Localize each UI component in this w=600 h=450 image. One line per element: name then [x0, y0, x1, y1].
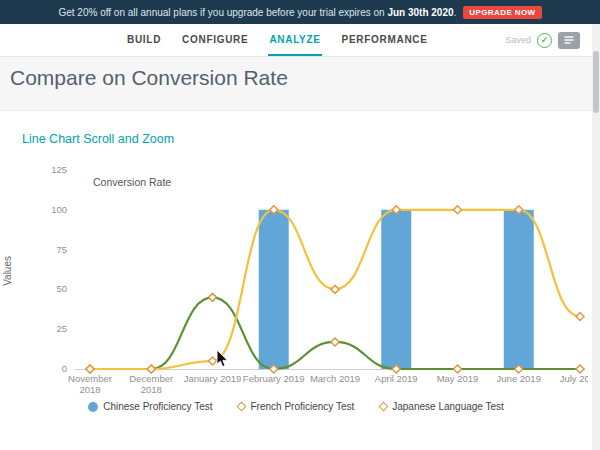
conversion-rate-chart[interactable]: 0255075100125November2018December2018Jan…: [12, 159, 588, 407]
nav-tab-configure[interactable]: CONFIGURE: [181, 24, 249, 56]
scrollbar-track[interactable]: [592, 24, 600, 450]
nav-tab-performance[interactable]: PERFORMANCE: [341, 24, 429, 56]
svg-text:July 2019: July 2019: [560, 373, 588, 384]
saved-check-icon: ✓: [537, 33, 552, 48]
svg-text:125: 125: [51, 164, 67, 175]
promo-banner: Get 20% off on all annual plans if you u…: [0, 0, 600, 24]
feedback-icon[interactable]: [558, 32, 580, 49]
y-axis-label: Values: [2, 256, 13, 286]
chart-legend: Chinese Proficiency Test French Proficie…: [0, 401, 592, 412]
svg-text:100: 100: [51, 204, 67, 215]
svg-text:June 2019: June 2019: [497, 373, 541, 384]
chart-card: Line Chart Scroll and Zoom Conversion Ra…: [0, 110, 592, 450]
note-lines-icon: [563, 35, 575, 45]
svg-text:0: 0: [62, 363, 67, 374]
svg-text:25: 25: [56, 323, 67, 334]
promo-expiry-date: Jun 30th 2020: [387, 7, 453, 18]
legend-marker-diamond-icon: [237, 402, 247, 412]
svg-text:December: December: [129, 373, 173, 384]
svg-text:2018: 2018: [141, 384, 162, 395]
upgrade-now-button[interactable]: UPGRADE NOW: [463, 6, 541, 19]
nav-tabs: BUILD CONFIGURE ANALYZE PERFORMANCE: [126, 24, 429, 56]
promo-text: Get 20% off on all annual plans if you u…: [58, 7, 456, 18]
legend-label: French Proficiency Test: [250, 401, 354, 412]
legend-label: Chinese Proficiency Test: [103, 401, 212, 412]
top-nav: BUILD CONFIGURE ANALYZE PERFORMANCE Save…: [0, 24, 592, 57]
svg-text:75: 75: [56, 244, 67, 255]
svg-text:50: 50: [56, 283, 67, 294]
svg-text:November: November: [68, 373, 112, 384]
nav-right-tools: Saved ✓: [505, 24, 580, 56]
legend-item-french-proficiency-test[interactable]: French Proficiency Test: [238, 401, 354, 412]
app-window: Get 20% off on all annual plans if you u…: [0, 0, 600, 450]
chart-type-link[interactable]: Line Chart Scroll and Zoom: [22, 132, 174, 146]
saved-status-label: Saved: [505, 35, 531, 45]
legend-marker-diamond-icon: [379, 402, 389, 412]
svg-text:March 2019: March 2019: [310, 373, 360, 384]
scrollbar-thumb[interactable]: [593, 51, 599, 113]
nav-tab-analyze[interactable]: ANALYZE: [268, 24, 321, 56]
svg-text:2018: 2018: [79, 384, 100, 395]
nav-tab-build[interactable]: BUILD: [126, 24, 162, 56]
legend-marker-bar-icon: [88, 402, 98, 412]
legend-item-japanese-language-test[interactable]: Japanese Language Test: [380, 401, 504, 412]
svg-text:January 2019: January 2019: [184, 373, 242, 384]
page-title: Compare on Conversion Rate: [10, 66, 288, 90]
svg-text:May 2019: May 2019: [437, 373, 479, 384]
svg-text:April 2019: April 2019: [375, 373, 418, 384]
legend-item-chinese-proficiency-test[interactable]: Chinese Proficiency Test: [88, 401, 212, 412]
svg-text:February 2019: February 2019: [243, 373, 305, 384]
legend-label: Japanese Language Test: [392, 401, 504, 412]
